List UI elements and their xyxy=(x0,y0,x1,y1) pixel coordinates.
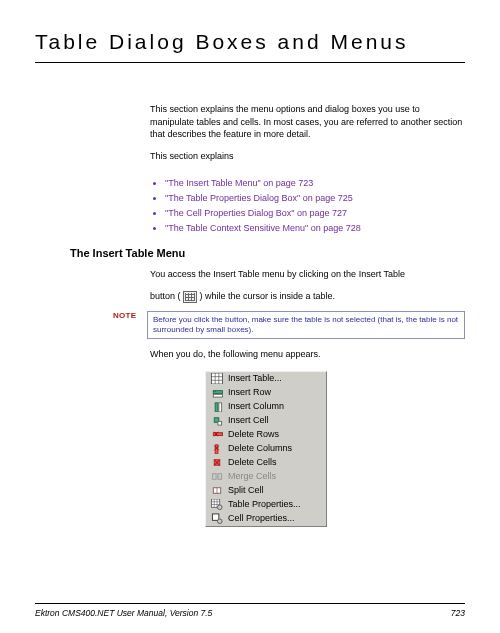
access-text-line2: button ( ) while the cursor is inside a … xyxy=(150,290,465,303)
merge-cells-icon: ↔ xyxy=(210,471,224,483)
menu-item-table-properties: Table Properties... xyxy=(206,498,326,512)
insert-row-icon: → xyxy=(210,387,224,399)
menu-item-delete-cells: Delete Cells xyxy=(206,456,326,470)
when-you-do-text: When you do, the following menu appears. xyxy=(150,348,465,361)
note-label: NOTE xyxy=(113,311,147,320)
menu-item-label: Delete Rows xyxy=(228,429,279,441)
svg-rect-9 xyxy=(219,403,222,412)
insert-table-button-icon xyxy=(183,291,197,303)
title-rule xyxy=(35,62,465,63)
menu-item-insert-column: Insert Column xyxy=(206,400,326,414)
table-properties-icon xyxy=(210,499,224,511)
link-item[interactable]: "The Table Properties Dialog Box" on pag… xyxy=(165,193,465,203)
context-menu-screenshot: Insert Table... → Insert Row Insert Colu… xyxy=(205,371,327,527)
cross-reference-list: "The Insert Table Menu" on page 723 "The… xyxy=(150,178,465,233)
menu-item-label: Insert Table... xyxy=(228,373,282,385)
footer-manual-title: Ektron CMS400.NET User Manual, Version 7… xyxy=(35,608,212,618)
menu-item-label: Cell Properties... xyxy=(228,513,295,525)
cell-properties-icon xyxy=(210,513,224,525)
menu-item-label: Delete Cells xyxy=(228,457,277,469)
note-box: Before you click the button, make sure t… xyxy=(147,311,465,340)
menu-item-split-cell: Split Cell xyxy=(206,484,326,498)
note-row: NOTE Before you click the button, make s… xyxy=(113,311,465,340)
menu-item-delete-rows: Delete Rows xyxy=(206,428,326,442)
svg-rect-6 xyxy=(213,395,222,398)
menu-item-label: Split Cell xyxy=(228,485,264,497)
svg-point-31 xyxy=(217,505,222,510)
section-explains-label: This section explains xyxy=(150,150,465,163)
menu-item-merge-cells: ↔ Merge Cells xyxy=(206,470,326,484)
menu-item-label: Merge Cells xyxy=(228,471,276,483)
access-pre: button ( xyxy=(150,291,181,301)
menu-item-label: Delete Columns xyxy=(228,443,292,455)
split-cell-icon xyxy=(210,485,224,497)
menu-item-label: Insert Column xyxy=(228,401,284,413)
svg-text:↔: ↔ xyxy=(216,475,221,480)
intro-paragraph: This section explains the menu options a… xyxy=(150,103,465,141)
svg-rect-0 xyxy=(212,373,223,384)
subheading-insert-table-menu: The Insert Table Menu xyxy=(70,247,465,259)
link-item[interactable]: "The Cell Properties Dialog Box" on page… xyxy=(165,208,465,218)
svg-rect-8 xyxy=(215,403,218,412)
menu-item-insert-row: → Insert Row xyxy=(206,386,326,400)
menu-item-delete-columns: Delete Columns xyxy=(206,442,326,456)
page-number: 723 xyxy=(451,608,465,618)
table-grid-icon xyxy=(210,373,224,385)
link-item[interactable]: "The Insert Table Menu" on page 723 xyxy=(165,178,465,188)
insert-column-icon xyxy=(210,401,224,413)
svg-rect-12 xyxy=(213,433,222,436)
menu-item-insert-cell: Insert Cell xyxy=(206,414,326,428)
access-text-line1: You access the Insert Table menu by clic… xyxy=(150,268,465,281)
delete-rows-icon xyxy=(210,429,224,441)
svg-text:→: → xyxy=(212,388,218,394)
page-title: Table Dialog Boxes and Menus xyxy=(35,30,465,54)
link-item[interactable]: "The Table Context Sensitive Menu" on pa… xyxy=(165,223,465,233)
delete-cells-icon xyxy=(210,457,224,469)
svg-point-33 xyxy=(217,519,222,524)
access-post: ) while the cursor is inside a table. xyxy=(200,291,336,301)
menu-item-label: Insert Row xyxy=(228,387,271,399)
menu-item-insert-table: Insert Table... xyxy=(206,372,326,386)
insert-cell-icon xyxy=(210,415,224,427)
page-footer: Ektron CMS400.NET User Manual, Version 7… xyxy=(35,603,465,618)
menu-item-label: Insert Cell xyxy=(228,415,269,427)
menu-item-cell-properties: Cell Properties... xyxy=(206,512,326,526)
footer-rule xyxy=(35,603,465,604)
menu-item-label: Table Properties... xyxy=(228,499,301,511)
delete-columns-icon xyxy=(210,443,224,455)
svg-rect-11 xyxy=(218,422,222,426)
